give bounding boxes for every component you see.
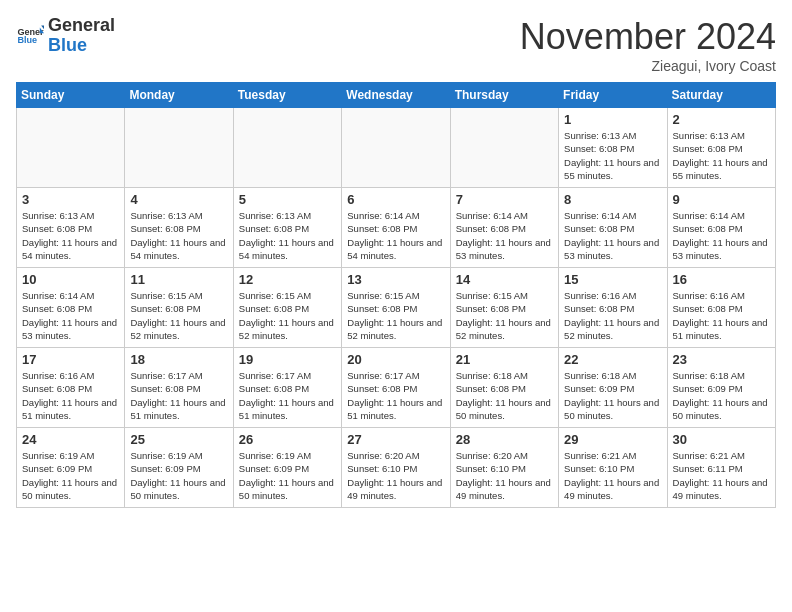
calendar-cell: 10Sunrise: 6:14 AMSunset: 6:08 PMDayligh…: [17, 268, 125, 348]
calendar-week-row: 24Sunrise: 6:19 AMSunset: 6:09 PMDayligh…: [17, 428, 776, 508]
calendar-cell: 17Sunrise: 6:16 AMSunset: 6:08 PMDayligh…: [17, 348, 125, 428]
calendar-cell: 13Sunrise: 6:15 AMSunset: 6:08 PMDayligh…: [342, 268, 450, 348]
calendar-week-row: 17Sunrise: 6:16 AMSunset: 6:08 PMDayligh…: [17, 348, 776, 428]
month-title: November 2024: [520, 16, 776, 58]
calendar-header-row: Sunday Monday Tuesday Wednesday Thursday…: [17, 83, 776, 108]
day-info: Sunrise: 6:20 AMSunset: 6:10 PMDaylight:…: [347, 449, 444, 502]
calendar-cell: [342, 108, 450, 188]
calendar-cell: 5Sunrise: 6:13 AMSunset: 6:08 PMDaylight…: [233, 188, 341, 268]
day-info: Sunrise: 6:16 AMSunset: 6:08 PMDaylight:…: [673, 289, 770, 342]
col-saturday: Saturday: [667, 83, 775, 108]
day-number: 21: [456, 352, 553, 367]
calendar-cell: 14Sunrise: 6:15 AMSunset: 6:08 PMDayligh…: [450, 268, 558, 348]
day-number: 26: [239, 432, 336, 447]
calendar-week-row: 10Sunrise: 6:14 AMSunset: 6:08 PMDayligh…: [17, 268, 776, 348]
day-info: Sunrise: 6:14 AMSunset: 6:08 PMDaylight:…: [564, 209, 661, 262]
title-block: November 2024 Zieagui, Ivory Coast: [520, 16, 776, 74]
day-number: 29: [564, 432, 661, 447]
day-number: 4: [130, 192, 227, 207]
day-number: 19: [239, 352, 336, 367]
calendar-cell: 29Sunrise: 6:21 AMSunset: 6:10 PMDayligh…: [559, 428, 667, 508]
day-info: Sunrise: 6:13 AMSunset: 6:08 PMDaylight:…: [130, 209, 227, 262]
calendar-cell: 16Sunrise: 6:16 AMSunset: 6:08 PMDayligh…: [667, 268, 775, 348]
calendar-cell: 11Sunrise: 6:15 AMSunset: 6:08 PMDayligh…: [125, 268, 233, 348]
day-info: Sunrise: 6:13 AMSunset: 6:08 PMDaylight:…: [239, 209, 336, 262]
calendar-cell: 6Sunrise: 6:14 AMSunset: 6:08 PMDaylight…: [342, 188, 450, 268]
page-header: General Blue General Blue November 2024 …: [16, 16, 776, 74]
day-number: 6: [347, 192, 444, 207]
day-info: Sunrise: 6:16 AMSunset: 6:08 PMDaylight:…: [22, 369, 119, 422]
day-number: 7: [456, 192, 553, 207]
day-number: 25: [130, 432, 227, 447]
day-number: 20: [347, 352, 444, 367]
day-info: Sunrise: 6:18 AMSunset: 6:09 PMDaylight:…: [673, 369, 770, 422]
logo-general-text: General: [48, 15, 115, 35]
day-number: 13: [347, 272, 444, 287]
day-number: 3: [22, 192, 119, 207]
calendar-cell: [17, 108, 125, 188]
calendar-cell: 20Sunrise: 6:17 AMSunset: 6:08 PMDayligh…: [342, 348, 450, 428]
day-info: Sunrise: 6:15 AMSunset: 6:08 PMDaylight:…: [239, 289, 336, 342]
day-info: Sunrise: 6:14 AMSunset: 6:08 PMDaylight:…: [347, 209, 444, 262]
day-number: 16: [673, 272, 770, 287]
calendar-cell: 23Sunrise: 6:18 AMSunset: 6:09 PMDayligh…: [667, 348, 775, 428]
calendar-cell: [125, 108, 233, 188]
calendar-cell: 12Sunrise: 6:15 AMSunset: 6:08 PMDayligh…: [233, 268, 341, 348]
calendar-cell: 2Sunrise: 6:13 AMSunset: 6:08 PMDaylight…: [667, 108, 775, 188]
day-info: Sunrise: 6:17 AMSunset: 6:08 PMDaylight:…: [239, 369, 336, 422]
day-info: Sunrise: 6:15 AMSunset: 6:08 PMDaylight:…: [456, 289, 553, 342]
day-info: Sunrise: 6:13 AMSunset: 6:08 PMDaylight:…: [22, 209, 119, 262]
col-thursday: Thursday: [450, 83, 558, 108]
day-number: 9: [673, 192, 770, 207]
col-friday: Friday: [559, 83, 667, 108]
day-info: Sunrise: 6:15 AMSunset: 6:08 PMDaylight:…: [130, 289, 227, 342]
logo-blue-text: Blue: [48, 35, 87, 55]
calendar-cell: [450, 108, 558, 188]
calendar-cell: 8Sunrise: 6:14 AMSunset: 6:08 PMDaylight…: [559, 188, 667, 268]
day-info: Sunrise: 6:15 AMSunset: 6:08 PMDaylight:…: [347, 289, 444, 342]
day-number: 17: [22, 352, 119, 367]
day-number: 10: [22, 272, 119, 287]
day-info: Sunrise: 6:17 AMSunset: 6:08 PMDaylight:…: [130, 369, 227, 422]
day-info: Sunrise: 6:14 AMSunset: 6:08 PMDaylight:…: [673, 209, 770, 262]
day-info: Sunrise: 6:14 AMSunset: 6:08 PMDaylight:…: [22, 289, 119, 342]
day-number: 15: [564, 272, 661, 287]
day-info: Sunrise: 6:19 AMSunset: 6:09 PMDaylight:…: [130, 449, 227, 502]
day-number: 11: [130, 272, 227, 287]
day-number: 30: [673, 432, 770, 447]
calendar-cell: 18Sunrise: 6:17 AMSunset: 6:08 PMDayligh…: [125, 348, 233, 428]
day-number: 2: [673, 112, 770, 127]
calendar-week-row: 3Sunrise: 6:13 AMSunset: 6:08 PMDaylight…: [17, 188, 776, 268]
location: Zieagui, Ivory Coast: [520, 58, 776, 74]
day-number: 28: [456, 432, 553, 447]
day-number: 24: [22, 432, 119, 447]
day-number: 27: [347, 432, 444, 447]
calendar-cell: 19Sunrise: 6:17 AMSunset: 6:08 PMDayligh…: [233, 348, 341, 428]
calendar-cell: 4Sunrise: 6:13 AMSunset: 6:08 PMDaylight…: [125, 188, 233, 268]
calendar-cell: 9Sunrise: 6:14 AMSunset: 6:08 PMDaylight…: [667, 188, 775, 268]
day-info: Sunrise: 6:18 AMSunset: 6:08 PMDaylight:…: [456, 369, 553, 422]
logo-icon: General Blue: [16, 22, 44, 50]
calendar-table: Sunday Monday Tuesday Wednesday Thursday…: [16, 82, 776, 508]
col-wednesday: Wednesday: [342, 83, 450, 108]
day-info: Sunrise: 6:21 AMSunset: 6:10 PMDaylight:…: [564, 449, 661, 502]
calendar-cell: 28Sunrise: 6:20 AMSunset: 6:10 PMDayligh…: [450, 428, 558, 508]
calendar-cell: [233, 108, 341, 188]
calendar-cell: 24Sunrise: 6:19 AMSunset: 6:09 PMDayligh…: [17, 428, 125, 508]
day-number: 1: [564, 112, 661, 127]
day-number: 18: [130, 352, 227, 367]
calendar-cell: 22Sunrise: 6:18 AMSunset: 6:09 PMDayligh…: [559, 348, 667, 428]
logo: General Blue General Blue: [16, 16, 115, 56]
col-tuesday: Tuesday: [233, 83, 341, 108]
day-number: 8: [564, 192, 661, 207]
day-number: 22: [564, 352, 661, 367]
calendar-cell: 7Sunrise: 6:14 AMSunset: 6:08 PMDaylight…: [450, 188, 558, 268]
calendar-cell: 3Sunrise: 6:13 AMSunset: 6:08 PMDaylight…: [17, 188, 125, 268]
day-info: Sunrise: 6:21 AMSunset: 6:11 PMDaylight:…: [673, 449, 770, 502]
day-info: Sunrise: 6:13 AMSunset: 6:08 PMDaylight:…: [564, 129, 661, 182]
day-info: Sunrise: 6:19 AMSunset: 6:09 PMDaylight:…: [239, 449, 336, 502]
col-sunday: Sunday: [17, 83, 125, 108]
day-info: Sunrise: 6:14 AMSunset: 6:08 PMDaylight:…: [456, 209, 553, 262]
day-info: Sunrise: 6:13 AMSunset: 6:08 PMDaylight:…: [673, 129, 770, 182]
day-number: 5: [239, 192, 336, 207]
